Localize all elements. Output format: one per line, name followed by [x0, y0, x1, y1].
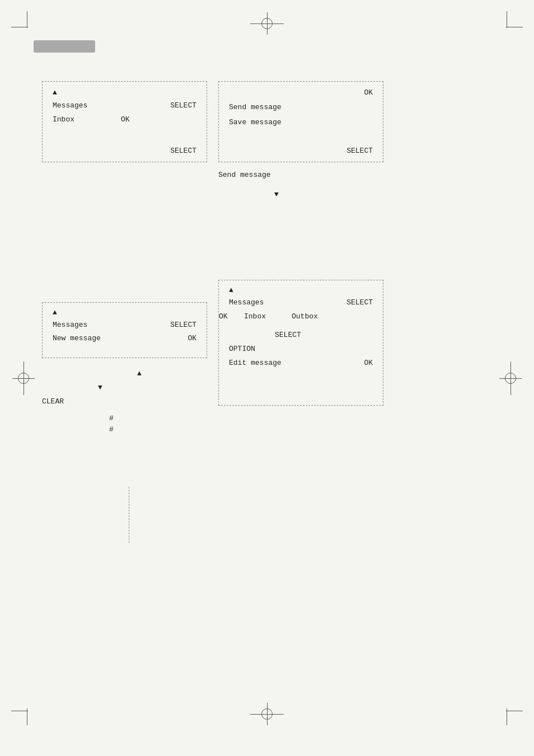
crosshair-bottom [250, 703, 284, 725]
panel3-new-message-label: New message [53, 334, 101, 342]
panel4-messages-label: Messages [229, 298, 264, 307]
crop-mark-tr-h [506, 27, 523, 27]
panel2-send-message-label: Send message [229, 103, 282, 111]
panel3-below-arrow-up [137, 369, 142, 378]
panel2-select-label: SELECT [346, 147, 373, 155]
hash-label: # [109, 414, 114, 422]
panel3-ok-label: OK [188, 334, 196, 342]
crop-mark-tl-h [11, 27, 28, 27]
panel4-select-label: SELECT [346, 298, 373, 307]
crop-mark-br-h [506, 711, 523, 711]
hash2-label: # [109, 425, 114, 434]
panel4-inbox-label: Inbox [244, 312, 266, 321]
panel2-ok-label: OK [364, 88, 373, 97]
crop-mark-tr-v [507, 11, 507, 28]
panel4-ok-label: OK [219, 312, 228, 321]
clear-label: CLEAR [42, 397, 64, 406]
panel-inbox-outbox: Messages SELECT Inbox Outbox OK SELECT O… [218, 280, 383, 406]
panel3-arrow-up [53, 308, 57, 317]
panel4-edit-message-label: Edit message [229, 359, 282, 367]
panel1-inbox-label: Inbox [53, 115, 74, 124]
panel1-ok-label: OK [121, 115, 130, 124]
panel3-select-label: SELECT [170, 321, 196, 329]
panel4-select2-label: SELECT [275, 331, 301, 339]
panel2-save-message-label: Save message [229, 118, 282, 126]
below-panel2-send-message: Send message [218, 171, 271, 179]
crop-mark-tl-v [27, 11, 27, 28]
crop-mark-br-v [507, 708, 507, 725]
panel1-select-label: SELECT [170, 101, 196, 110]
crosshair-left [12, 361, 35, 395]
below-panel2-arrow-down [274, 190, 279, 199]
panel4-ok2-label: OK [364, 359, 373, 367]
panel-messages-inbox: Messages SELECT Inbox OK SELECT [42, 81, 207, 162]
panel4-arrow-up [229, 286, 233, 294]
top-bar [34, 40, 95, 53]
crosshair-top [250, 12, 284, 35]
crosshair-left-v [24, 361, 24, 395]
crop-mark-bl-v [27, 708, 27, 725]
panel3-below-arrow-down [98, 383, 102, 392]
panel1-messages-label: Messages [53, 101, 87, 110]
crosshair-bottom-v [267, 703, 268, 725]
panel4-option-label: OPTION [229, 345, 255, 353]
panel1-arrow-up [53, 88, 57, 97]
panel-send-save: OK Send message Save message SELECT [218, 81, 383, 162]
panel1-select2-label: SELECT [170, 147, 196, 155]
crosshair-right [499, 361, 522, 395]
vertical-dashed-line [129, 487, 129, 543]
crop-mark-bl-h [11, 711, 28, 711]
crosshair-right-v [510, 361, 511, 395]
crosshair-top-v [267, 12, 268, 35]
panel3-messages-label: Messages [53, 321, 87, 329]
panel-messages-new: Messages SELECT New message OK [42, 302, 207, 358]
panel4-outbox-label: Outbox [292, 312, 318, 321]
